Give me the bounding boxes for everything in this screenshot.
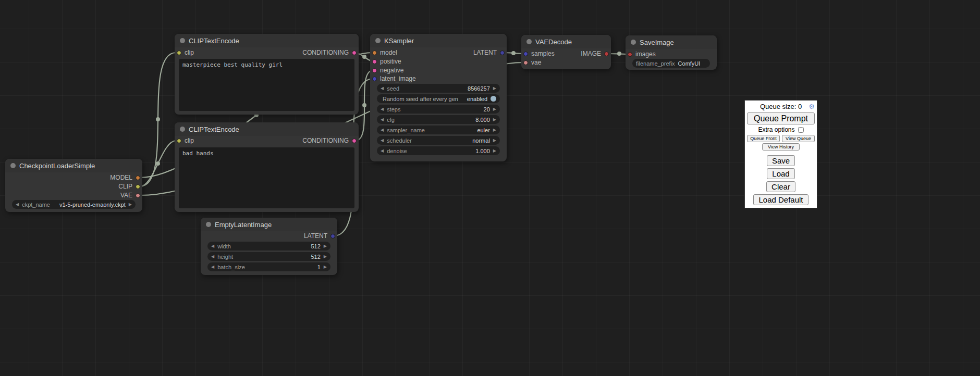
arrow-right-icon[interactable]: ▶ [493, 139, 496, 143]
widget-seed[interactable]: ◀ seed 8566257 ▶ [377, 84, 500, 93]
widget-denoise[interactable]: ◀ denoise 1.000 ▶ [377, 146, 500, 155]
arrow-left-icon[interactable]: ◀ [381, 118, 384, 122]
node-collapse-dot[interactable] [526, 39, 532, 44]
node-collapse-dot[interactable] [206, 222, 211, 227]
input-dot-clip[interactable] [177, 51, 181, 55]
node-save-image[interactable]: SaveImage images filename_prefix ComfyUI [626, 35, 717, 70]
widget-value: 512 [311, 243, 320, 249]
arrow-right-icon[interactable]: ▶ [129, 203, 132, 207]
output-dot-clip[interactable] [136, 184, 140, 189]
slot-label: MODEL [110, 174, 132, 181]
queue-size-label: Queue size: 0 [760, 103, 802, 110]
widget-value: 8.000 [475, 117, 490, 123]
prompt-text-area[interactable]: bad hands [179, 147, 354, 208]
input-dot-vae[interactable] [523, 60, 528, 65]
load-default-button[interactable]: Load Default [753, 194, 808, 205]
output-dot-image[interactable] [604, 52, 609, 56]
node-collapse-dot[interactable] [180, 127, 185, 132]
arrow-left-icon[interactable]: ◀ [211, 265, 214, 269]
node-title-bar: CLIPTextEncode [175, 122, 359, 136]
slot-label: negative [380, 67, 403, 74]
output-dot-latent[interactable] [500, 51, 505, 55]
clear-button[interactable]: Clear [766, 181, 795, 192]
widget-label: filename_prefix [636, 60, 675, 67]
widget-sampler-name[interactable]: ◀ sampler_name euler ▶ [377, 126, 500, 134]
node-ksampler[interactable]: KSampler model positive negative latent_… [370, 34, 507, 161]
node-title: VAEDecode [535, 38, 572, 46]
widget-label: width [217, 243, 231, 249]
arrow-right-icon[interactable]: ▶ [493, 128, 496, 132]
output-dot-conditioning[interactable] [352, 51, 357, 55]
output-dot-model[interactable] [136, 176, 140, 180]
widget-filename-prefix[interactable]: filename_prefix ComfyUI [632, 59, 710, 68]
node-title-bar: CheckpointLoaderSimple [5, 159, 142, 172]
view-queue-button[interactable]: View Queue [782, 135, 815, 142]
arrow-right-icon[interactable]: ▶ [324, 265, 327, 269]
arrow-right-icon[interactable]: ▶ [324, 255, 327, 259]
arrow-right-icon[interactable]: ▶ [493, 118, 496, 122]
node-clip-text-encode-positive[interactable]: CLIPTextEncode clip CONDITIONING masterp… [175, 34, 359, 115]
node-title-bar: KSampler [370, 34, 507, 47]
prompt-text-area[interactable]: masterpiece best quality girl [179, 59, 354, 111]
widget-width[interactable]: ◀ width 512 ▶ [207, 242, 330, 250]
node-canvas[interactable]: CheckpointLoaderSimple MODEL CLIP VAE ◀ … [0, 0, 980, 376]
node-collapse-dot[interactable] [375, 38, 381, 43]
node-collapse-dot[interactable] [631, 40, 636, 45]
input-dot-model[interactable] [372, 51, 377, 55]
node-title-bar: VAEDecode [521, 35, 611, 48]
arrow-left-icon[interactable]: ◀ [381, 139, 384, 143]
load-button[interactable]: Load [767, 168, 794, 179]
extra-options-label: Extra options [758, 126, 794, 133]
widget-value: 512 [311, 254, 320, 260]
widget-batch-size[interactable]: ◀ batch_size 1 ▶ [207, 262, 330, 271]
widget-cfg[interactable]: ◀ cfg 8.000 ▶ [377, 115, 500, 124]
arrow-left-icon[interactable]: ◀ [16, 203, 19, 207]
widget-ckpt-name[interactable]: ◀ ckpt_name v1-5-pruned-emaonly.ckpt ▶ [12, 200, 136, 209]
arrow-right-icon[interactable]: ▶ [493, 149, 496, 153]
output-dot-vae[interactable] [136, 193, 140, 198]
settings-gear-icon[interactable]: ⚙ [808, 102, 815, 111]
view-history-button[interactable]: View History [762, 143, 800, 151]
node-empty-latent-image[interactable]: EmptyLatentImage LATENT ◀ width 512 ▶ ◀ … [201, 218, 337, 275]
extra-options-checkbox[interactable] [798, 127, 804, 133]
node-collapse-dot[interactable] [180, 38, 185, 43]
input-dot-clip[interactable] [177, 139, 181, 143]
node-title: KSampler [384, 37, 414, 45]
arrow-left-icon[interactable]: ◀ [381, 107, 384, 111]
node-clip-text-encode-negative[interactable]: CLIPTextEncode clip CONDITIONING bad han… [175, 122, 359, 212]
arrow-left-icon[interactable]: ◀ [381, 149, 384, 153]
node-vae-decode[interactable]: VAEDecode samples vae IMAGE [521, 35, 611, 69]
widget-height[interactable]: ◀ height 512 ▶ [207, 252, 330, 261]
output-dot-conditioning[interactable] [352, 139, 357, 143]
input-dot-positive[interactable] [372, 59, 377, 64]
input-dot-negative[interactable] [372, 68, 377, 73]
output-dot-latent[interactable] [330, 234, 335, 239]
wire-dot [156, 161, 160, 166]
widget-scheduler[interactable]: ◀ scheduler normal ▶ [377, 136, 500, 145]
widget-random-seed-toggle[interactable]: Random seed after every gen enabled [377, 94, 500, 103]
slot-label: vae [531, 59, 541, 66]
queue-prompt-button[interactable]: Queue Prompt [747, 112, 815, 124]
input-dot-samples[interactable] [523, 52, 528, 56]
widget-steps[interactable]: ◀ steps 20 ▶ [377, 105, 500, 114]
save-button[interactable]: Save [767, 155, 795, 166]
input-dot-latent-image[interactable] [372, 77, 377, 81]
slot-label: VAE [120, 192, 132, 199]
widget-label: steps [387, 106, 400, 112]
toggle-dot[interactable] [491, 96, 496, 102]
node-collapse-dot[interactable] [10, 163, 16, 168]
node-checkpoint-loader[interactable]: CheckpointLoaderSimple MODEL CLIP VAE ◀ … [5, 159, 142, 212]
input-dot-images[interactable] [628, 52, 632, 57]
slot-label: samples [531, 50, 555, 57]
arrow-left-icon[interactable]: ◀ [381, 128, 384, 132]
arrow-left-icon[interactable]: ◀ [211, 255, 214, 259]
arrow-right-icon[interactable]: ▶ [493, 86, 496, 91]
queue-front-button[interactable]: Queue Front [747, 135, 780, 142]
widget-label: sampler_name [387, 127, 425, 133]
widget-value: 20 [484, 106, 490, 112]
widget-value: ComfyUI [678, 60, 701, 67]
arrow-right-icon[interactable]: ▶ [324, 244, 327, 248]
arrow-left-icon[interactable]: ◀ [211, 244, 214, 248]
arrow-right-icon[interactable]: ▶ [493, 107, 496, 111]
arrow-left-icon[interactable]: ◀ [381, 86, 384, 91]
